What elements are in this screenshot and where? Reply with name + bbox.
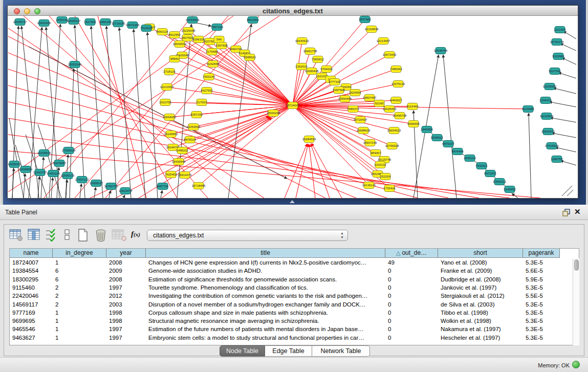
graph-node[interactable]: 12342757 (33, 169, 47, 176)
red-edge[interactable] (293, 67, 301, 105)
black-edge[interactable] (560, 43, 576, 51)
column-header-short[interactable]: short (438, 249, 523, 258)
black-edge[interactable] (80, 184, 81, 198)
graph-node[interactable]: 1362615 (295, 63, 308, 70)
graph-node[interactable]: 2588520 (244, 54, 256, 61)
graph-node[interactable]: 3827503 (181, 35, 193, 41)
column-header-name[interactable]: name (10, 249, 53, 258)
red-edge[interactable] (293, 105, 380, 165)
graph-node[interactable]: 14136141 (362, 182, 376, 189)
graph-node[interactable]: 14671355 (126, 22, 140, 29)
memory-status-indicator-icon[interactable] (572, 361, 580, 368)
graph-node[interactable]: 14355051 (8, 161, 21, 168)
function-builder-icon[interactable]: f(x) (131, 230, 140, 238)
graph-node[interactable]: 7955812 (312, 56, 324, 63)
graph-node[interactable]: 252254 (380, 173, 391, 180)
split-pane-grabber-icon[interactable] (290, 200, 295, 203)
scrollbar-thumb[interactable] (574, 259, 579, 271)
black-edge[interactable] (94, 187, 96, 198)
column-header-out_de[interactable]: △ out_de… (385, 249, 438, 258)
graph-node[interactable]: 9699695 (407, 121, 420, 127)
graph-node[interactable]: 10688609 (357, 127, 371, 134)
graph-node[interactable]: 17957223 (75, 177, 89, 183)
graph-node[interactable]: 1498222 (176, 147, 188, 154)
graph-node[interactable]: 3175685 (206, 49, 218, 55)
graph-node[interactable]: 10025453 (383, 106, 397, 113)
graph-node[interactable]: 10719185 (112, 20, 125, 27)
black-edge[interactable] (549, 102, 576, 107)
black-edge[interactable] (9, 118, 24, 198)
graph-node[interactable]: 30975887 (53, 160, 67, 167)
graph-node[interactable]: 9242845 (207, 61, 219, 68)
graph-node[interactable]: 16782759 (104, 183, 118, 190)
red-edge[interactable] (75, 16, 177, 198)
graph-node[interactable]: 9115460 (407, 103, 419, 110)
graph-node[interactable]: 11568869 (19, 166, 33, 173)
graph-node[interactable]: 12093582 (543, 83, 557, 90)
close-panel-icon[interactable]: ✕ (574, 207, 581, 216)
table-row[interactable]: 1830029562008Estimation of significance … (10, 275, 560, 283)
new-file-icon[interactable] (77, 228, 89, 244)
graph-node[interactable]: 8912954 (168, 32, 181, 38)
graph-node[interactable]: 7532621 (475, 163, 488, 169)
column-header-in_degree[interactable]: in_degree (53, 249, 106, 258)
graph-node[interactable]: 2837682 (359, 16, 371, 23)
graph-node[interactable]: 17016504 (545, 143, 559, 149)
graph-node[interactable]: 12975115 (391, 81, 405, 87)
graph-node[interactable]: 1244413 (539, 97, 552, 104)
red-edge[interactable] (180, 44, 293, 105)
graph-node[interactable]: 8427552 (201, 87, 213, 94)
graph-node[interactable]: 1733426 (383, 185, 396, 192)
black-edge[interactable] (91, 26, 103, 198)
red-edge[interactable] (44, 16, 192, 198)
show-columns-icon[interactable] (28, 228, 40, 244)
graph-node[interactable]: 16648784 (434, 48, 448, 54)
graph-node[interactable]: 10807487 (363, 95, 377, 101)
graph-node[interactable]: 2935114 (464, 155, 476, 162)
delete-table-icon[interactable] (112, 228, 127, 244)
graph-node[interactable]: 984067 (371, 150, 381, 157)
black-edge[interactable] (558, 73, 576, 78)
graph-node[interactable]: 9329966 (552, 53, 564, 60)
graph-node[interactable]: 12213967 (377, 38, 390, 45)
graph-node[interactable]: 24055717 (13, 19, 27, 26)
black-edge[interactable] (443, 55, 456, 198)
graph-node[interactable]: 62160 (374, 100, 384, 107)
network-window-titlebar[interactable]: citations_edges.txt (8, 6, 578, 16)
black-edge[interactable] (106, 26, 117, 198)
graph-node[interactable]: 19166852 (164, 131, 178, 138)
red-edge[interactable] (213, 64, 293, 105)
black-edge[interactable] (552, 133, 576, 138)
graph-node[interactable]: 8215958 (522, 106, 534, 113)
black-edge[interactable] (529, 113, 531, 198)
tab-edge-table[interactable]: Edge Table (265, 345, 312, 357)
graph-node[interactable]: 20691406 (37, 20, 51, 27)
graph-node[interactable]: 16543552 (173, 41, 187, 48)
table-mode-icon[interactable] (9, 228, 23, 244)
graph-node[interactable]: 10654112 (493, 179, 507, 185)
red-edge[interactable] (296, 144, 308, 198)
table-row[interactable]: 1938455462009Genome-wide association stu… (10, 267, 560, 275)
graph-node[interactable]: 9777169 (329, 79, 341, 85)
graph-node[interactable]: 1112304 (554, 27, 566, 33)
graph-node[interactable]: 12923478 (119, 188, 133, 194)
graph-node[interactable]: 8813054 (247, 17, 259, 24)
graph-node[interactable]: 9245652 (504, 186, 516, 193)
graph-node[interactable]: 18300295 (267, 110, 280, 117)
graph-node[interactable]: 9463627 (390, 97, 402, 104)
graph-node[interactable]: 12353594 (187, 124, 201, 130)
table-row[interactable]: 969969511998Structural magnetic resonanc… (10, 317, 560, 325)
graph-node[interactable]: 9227343 (549, 68, 561, 75)
graph-node[interactable]: 8471876 (484, 170, 496, 177)
graph-node[interactable]: 16914479 (178, 172, 192, 179)
graph-node[interactable]: 15751074 (550, 39, 564, 46)
graph-node[interactable]: 2718126 (163, 69, 176, 75)
graph-node[interactable]: 6497568 (333, 87, 345, 94)
graph-node[interactable]: 9474444 (451, 148, 464, 155)
delete-rows-trash-icon[interactable] (94, 228, 107, 244)
graph-node[interactable]: 10990448 (305, 68, 319, 75)
graph-node[interactable]: 20053346 (68, 61, 82, 68)
black-edge[interactable] (109, 190, 111, 198)
table-row[interactable]: 1872400712008Changes of HCN gene express… (10, 258, 560, 267)
table-row[interactable]: 946554611997Estimation of the future num… (10, 325, 560, 333)
